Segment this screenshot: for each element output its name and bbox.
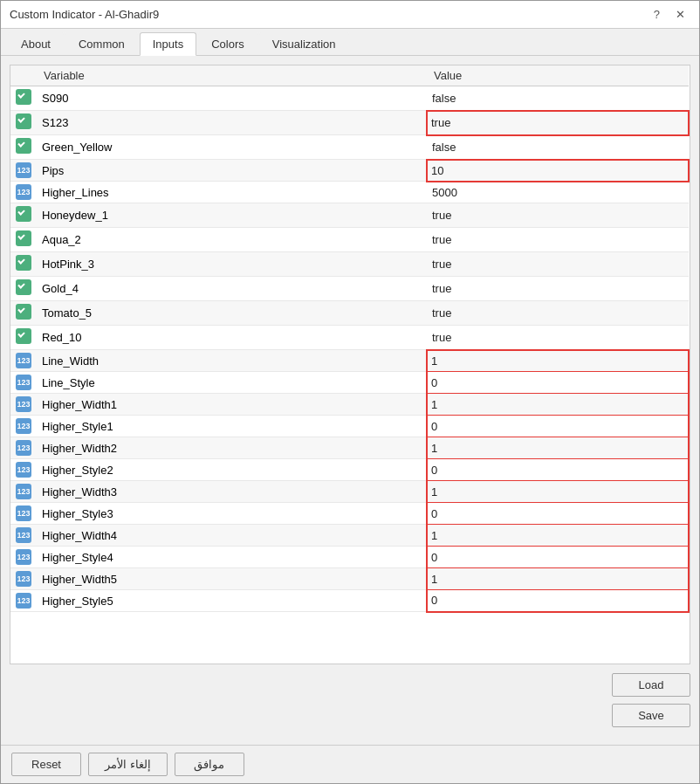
row-value[interactable]: 5000: [427, 182, 689, 203]
tab-inputs[interactable]: Inputs: [140, 32, 196, 56]
row-value[interactable]: 1: [427, 394, 689, 416]
row-icon-cell: 123: [10, 503, 37, 525]
tab-common[interactable]: Common: [65, 32, 138, 55]
load-button[interactable]: Load: [612, 673, 690, 697]
row-value[interactable]: 0: [427, 459, 689, 481]
row-variable: Green_Yellow: [37, 135, 427, 160]
row-icon-cell: [10, 301, 37, 326]
row-icon-cell: 123: [10, 350, 37, 372]
row-icon-cell: 123: [10, 372, 37, 394]
row-variable: Higher_Style5: [37, 590, 427, 612]
row-variable: Line_Style: [37, 372, 427, 394]
table-row: 123Higher_Width31: [10, 481, 689, 503]
num-icon: 123: [16, 484, 31, 499]
row-variable: Higher_Width2: [37, 437, 427, 459]
tab-visualization[interactable]: Visualization: [259, 32, 349, 55]
save-button[interactable]: Save: [612, 704, 690, 727]
title-bar: Custom Indicator - Al-Ghadir9 ? ✕: [1, 1, 699, 29]
bool-icon: [16, 138, 31, 154]
row-value[interactable]: true: [427, 111, 689, 135]
row-value[interactable]: 0: [427, 590, 689, 612]
cancel-button[interactable]: إلغاء الأمر: [88, 753, 168, 776]
num-icon: 123: [16, 184, 31, 200]
bool-icon: [16, 206, 31, 222]
tab-about[interactable]: About: [8, 32, 64, 55]
tab-colors[interactable]: Colors: [198, 32, 257, 55]
row-value[interactable]: true: [427, 228, 689, 252]
main-window: Custom Indicator - Al-Ghadir9 ? ✕ AboutC…: [0, 0, 700, 784]
table-row: 123Higher_Style30: [10, 503, 689, 525]
bool-icon: [16, 255, 31, 271]
row-value[interactable]: 10: [427, 160, 689, 182]
num-icon: 123: [16, 353, 31, 368]
row-value[interactable]: false: [427, 86, 689, 111]
bool-icon: [16, 304, 31, 320]
row-variable: Line_Width: [37, 350, 427, 372]
row-icon-cell: 123: [10, 481, 37, 503]
table-row: Aqua_2true: [10, 228, 689, 252]
table-row: 123Higher_Style10: [10, 416, 689, 437]
row-value[interactable]: true: [427, 326, 689, 350]
table-row: 123Higher_Lines5000: [10, 182, 689, 203]
table-row: Gold_4true: [10, 277, 689, 301]
reset-button[interactable]: Reset: [11, 753, 81, 776]
row-variable: Red_10: [37, 326, 427, 350]
row-variable: Pips: [37, 160, 427, 182]
row-variable: S123: [37, 111, 427, 135]
row-variable: Higher_Width3: [37, 481, 427, 503]
row-variable: Aqua_2: [37, 228, 427, 252]
table-row: 123Higher_Style50: [10, 590, 689, 612]
row-value[interactable]: 0: [427, 372, 689, 394]
table-row: 123Higher_Width51: [10, 568, 689, 590]
num-icon: 123: [16, 593, 31, 609]
row-value[interactable]: 1: [427, 568, 689, 590]
col-value-header: Value: [427, 65, 689, 86]
window-title: Custom Indicator - Al-Ghadir9: [10, 8, 159, 21]
row-value[interactable]: false: [427, 135, 689, 160]
row-variable: Higher_Style1: [37, 416, 427, 437]
row-icon-cell: 123: [10, 416, 37, 437]
table-body: S090falseS123trueGreen_Yellowfalse123Pip…: [10, 86, 689, 612]
num-icon: 123: [16, 440, 31, 456]
row-variable: Higher_Width4: [37, 525, 427, 547]
row-value[interactable]: true: [427, 301, 689, 326]
row-value[interactable]: 0: [427, 503, 689, 525]
row-value[interactable]: 1: [427, 350, 689, 372]
row-value[interactable]: true: [427, 252, 689, 277]
close-button[interactable]: ✕: [670, 6, 690, 23]
num-icon: 123: [16, 571, 31, 587]
row-icon-cell: 123: [10, 437, 37, 459]
num-icon: 123: [16, 505, 31, 521]
row-icon-cell: [10, 252, 37, 277]
ok-button[interactable]: موافق: [175, 753, 244, 776]
row-icon-cell: 123: [10, 459, 37, 481]
row-value[interactable]: true: [427, 277, 689, 301]
inputs-table-container[interactable]: Variable Value S090falseS123trueGreen_Ye…: [10, 65, 690, 664]
row-variable: Higher_Style3: [37, 503, 427, 525]
num-icon: 123: [16, 418, 31, 434]
table-row: Tomato_5true: [10, 301, 689, 326]
row-variable: Higher_Style4: [37, 547, 427, 568]
row-icon-cell: 123: [10, 394, 37, 416]
row-value[interactable]: 1: [427, 437, 689, 459]
tab-bar: AboutCommonInputsColorsVisualization: [1, 29, 699, 56]
content-area: Variable Value S090falseS123trueGreen_Ye…: [1, 56, 699, 745]
num-icon: 123: [16, 527, 31, 543]
bool-icon: [16, 89, 31, 105]
row-value[interactable]: 0: [427, 547, 689, 568]
help-button[interactable]: ?: [649, 6, 665, 23]
row-value[interactable]: true: [427, 203, 689, 228]
row-value[interactable]: 0: [427, 416, 689, 437]
row-variable: S090: [37, 86, 427, 111]
table-row: 123Higher_Style40: [10, 547, 689, 568]
row-icon-cell: [10, 326, 37, 350]
table-row: 123Higher_Width11: [10, 394, 689, 416]
row-value[interactable]: 1: [427, 525, 689, 547]
row-icon-cell: [10, 203, 37, 228]
num-icon: 123: [16, 549, 31, 565]
table-row: S123true: [10, 111, 689, 135]
row-icon-cell: [10, 277, 37, 301]
row-variable: Tomato_5: [37, 301, 427, 326]
row-value[interactable]: 1: [427, 481, 689, 503]
bool-icon: [16, 230, 31, 246]
